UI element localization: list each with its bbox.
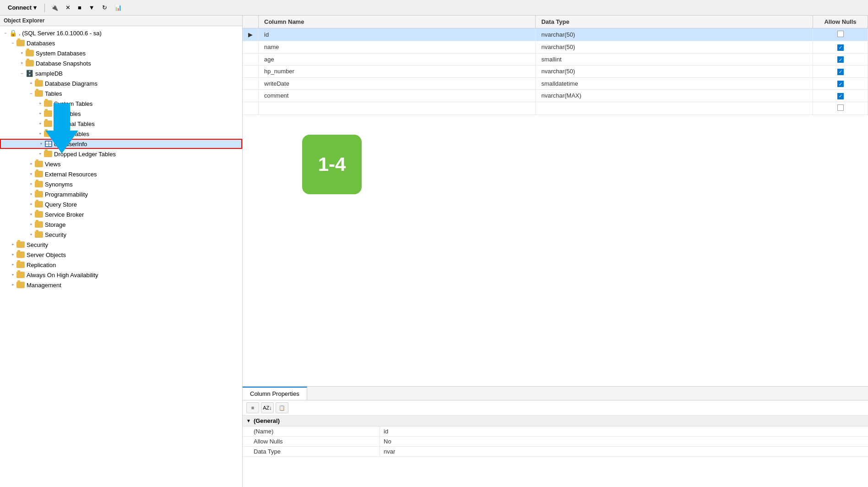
management-folder-icon (16, 282, 25, 288)
connect-button[interactable]: Connect ▾ (4, 3, 41, 12)
expand-synonyms-icon: + (27, 181, 35, 188)
col-props-properties-btn[interactable]: 📋 (276, 402, 288, 413)
col-nulls-comment[interactable] (813, 90, 868, 102)
tree-item-external-tables[interactable]: + External Tables (0, 119, 242, 129)
tree-item-databases[interactable]: − Databases (0, 38, 242, 48)
tree-item-dbo-userinfo[interactable]: + dbo.userInfo (0, 139, 242, 149)
general-section-header[interactable]: ▼ (General) (243, 416, 868, 427)
col-props-tab-item[interactable]: Column Properties (243, 387, 307, 400)
tree-item-db-diagrams[interactable]: + Database Diagrams (0, 78, 242, 88)
replication-label: Replication (27, 262, 56, 268)
expand-file-tables-icon: + (37, 110, 44, 117)
tree-item-tables[interactable]: − Tables (0, 88, 242, 98)
tree-item-db-snapshots[interactable]: + Database Snapshots (0, 58, 242, 68)
expand-dropped-ledger-icon: + (37, 150, 44, 158)
tree-item-views[interactable]: + Views (0, 159, 242, 169)
checkbox-name[interactable] (837, 44, 844, 51)
col-props-tab-label: Column Properties (250, 390, 299, 397)
expand-graph-tables-icon: + (37, 130, 44, 137)
table-row-empty[interactable] (243, 102, 868, 115)
toolbar-disconnect-btn[interactable]: ✕ (63, 3, 73, 12)
expand-databases-icon: − (9, 39, 16, 47)
toolbar-refresh-btn[interactable]: ↻ (100, 3, 109, 12)
col-name-hp[interactable]: hp_number (259, 66, 536, 78)
col-props-sort-category-btn[interactable]: ≡ (246, 402, 259, 413)
col-nulls-writedate[interactable] (813, 77, 868, 90)
col-nulls-id[interactable] (813, 28, 868, 41)
tree-item-synonyms[interactable]: + Synonyms (0, 179, 242, 189)
col-name-age[interactable]: age (259, 53, 536, 66)
sampledb-icon: 🗄️ (26, 70, 33, 77)
tree-item-sampledb[interactable]: − 🗄️ sampleDB (0, 68, 242, 78)
tree-item-query-store[interactable]: + Query Store (0, 199, 242, 209)
db-snapshots-folder-icon (26, 60, 34, 66)
checkbox-age[interactable] (837, 56, 844, 63)
col-props-sort-alpha-btn[interactable]: AZ↓ (261, 402, 274, 413)
table-row[interactable]: age smallint (243, 53, 868, 66)
always-on-label: Always On High Availability (27, 272, 98, 279)
tree-item-always-on[interactable]: + Always On High Availability (0, 270, 242, 280)
col-name-writedate[interactable]: writeDate (259, 77, 536, 90)
replication-folder-icon (16, 262, 25, 268)
col-nulls-empty[interactable] (813, 102, 868, 115)
security-folder-icon (16, 241, 25, 248)
table-row[interactable]: writeDate smalldatetime (243, 77, 868, 90)
graph-tables-folder-icon (44, 131, 52, 137)
checkbox-comment[interactable] (837, 93, 844, 99)
tree-item-file-tables[interactable]: + FileTables (0, 109, 242, 119)
tree-item-replication[interactable]: + Replication (0, 260, 242, 270)
checkbox-hp[interactable] (837, 69, 844, 75)
col-nulls-name[interactable] (813, 41, 868, 54)
col-nulls-hp[interactable] (813, 66, 868, 78)
table-row[interactable]: name nvarchar(50) (243, 41, 868, 54)
tree-item-server-objects[interactable]: + Server Objects (0, 250, 242, 260)
table-row[interactable]: ▶ id nvarchar(50) (243, 28, 868, 41)
dbo-userinfo-label: dbo.userInfo (54, 141, 87, 148)
tree-item-security[interactable]: + Security (0, 240, 242, 250)
col-type-id[interactable]: nvarchar(50) (536, 28, 813, 41)
tree-item-dropped-ledger[interactable]: + Dropped Ledger Tables (0, 149, 242, 159)
tree-item-service-broker[interactable]: + Service Broker (0, 209, 242, 219)
col-type-writedate[interactable]: smalldatetime (536, 77, 813, 90)
checkbox-writedate[interactable] (837, 81, 844, 87)
expand-views-icon: + (27, 160, 35, 168)
col-name-id[interactable]: id (259, 28, 536, 41)
toolbar-plugin-btn[interactable]: 🔌 (49, 3, 60, 12)
tree-item-system-dbs[interactable]: + System Databases (0, 48, 242, 58)
tree-item-programmability[interactable]: + Programmability (0, 189, 242, 199)
expand-dbo-userinfo-icon: + (38, 140, 45, 148)
col-name-comment[interactable]: comment (259, 90, 536, 102)
col-name-empty[interactable] (259, 102, 536, 115)
col-type-name[interactable]: nvarchar(50) (536, 41, 813, 54)
expand-service-broker-icon: + (27, 211, 35, 218)
col-type-empty[interactable] (536, 102, 813, 115)
col-props-tab-bar: Column Properties (243, 387, 868, 400)
table-row[interactable]: hp_number nvarchar(50) (243, 66, 868, 78)
row-arrow-empty (243, 102, 259, 115)
databases-label: Databases (27, 40, 55, 47)
toolbar-activity-btn[interactable]: 📊 (112, 3, 124, 12)
tree-item-server[interactable]: − 🔒 . (SQL Server 16.0.1000.6 - sa) (0, 28, 242, 38)
toolbar-stop-btn[interactable]: ■ (76, 3, 84, 12)
toolbar-filter-btn[interactable]: ▼ (87, 3, 97, 12)
col-type-comment[interactable]: nvarchar(MAX) (536, 90, 813, 102)
storage-label: Storage (45, 221, 66, 228)
tree-item-system-tables[interactable]: + System Tables (0, 98, 242, 109)
col-header-arrow (243, 16, 259, 28)
tree-item-management[interactable]: + Management (0, 280, 242, 290)
security-label: Security (27, 241, 48, 248)
db-diagrams-label: Database Diagrams (45, 80, 98, 87)
table-row[interactable]: comment nvarchar(MAX) (243, 90, 868, 102)
checkbox-id[interactable] (837, 31, 844, 37)
tree-container[interactable]: − 🔒 . (SQL Server 16.0.1000.6 - sa) − Da… (0, 26, 242, 487)
tree-item-graph-tables[interactable]: + Graph Tables (0, 129, 242, 139)
col-name-name[interactable]: name (259, 41, 536, 54)
col-type-age[interactable]: smallint (536, 53, 813, 66)
checkbox-empty[interactable] (837, 104, 844, 111)
col-type-hp[interactable]: nvarchar(50) (536, 66, 813, 78)
tree-item-external-resources[interactable]: + External Resources (0, 169, 242, 179)
col-nulls-age[interactable] (813, 53, 868, 66)
tree-item-storage[interactable]: + Storage (0, 219, 242, 230)
expand-sampledb-icon: − (18, 70, 26, 77)
tree-item-security-db[interactable]: + Security (0, 230, 242, 240)
